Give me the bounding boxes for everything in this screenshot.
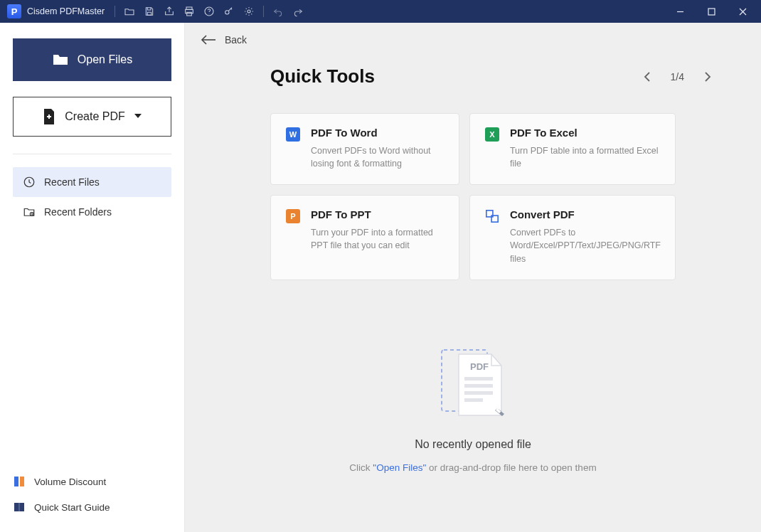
- svg-rect-13: [20, 477, 24, 486]
- redo-icon[interactable]: [288, 1, 308, 21]
- card-pdf-to-excel[interactable]: X PDF To Excel Turn PDF table into a for…: [469, 113, 676, 185]
- share-icon[interactable]: [159, 1, 179, 21]
- svg-rect-2: [187, 12, 192, 16]
- content: Back Quick Tools 1/4 W PDF To: [185, 23, 761, 532]
- header-row: Quick Tools 1/4: [185, 46, 761, 87]
- svg-rect-27: [464, 398, 483, 402]
- excel-icon: X: [484, 127, 500, 142]
- maximize-button[interactable]: [696, 0, 727, 23]
- empty-hint: Click "Open Files" or drag-and-drop file…: [349, 462, 596, 473]
- open-files-button[interactable]: Open Files: [13, 38, 171, 81]
- back-label: Back: [225, 34, 247, 46]
- empty-state: PDF No recently opened file Click "Open …: [185, 280, 761, 532]
- card-pdf-to-word[interactable]: W PDF To Word Convert PDFs to Word witho…: [270, 113, 459, 185]
- clock-icon: [23, 176, 36, 188]
- minimize-button[interactable]: [664, 0, 696, 23]
- svg-rect-25: [464, 384, 493, 388]
- chevron-down-icon: [134, 110, 142, 123]
- pager-next[interactable]: [700, 69, 715, 85]
- discount-icon: [13, 475, 26, 488]
- cards-grid: W PDF To Word Convert PDFs to Word witho…: [185, 87, 761, 280]
- card-pdf-to-ppt[interactable]: P PDF To PPT Turn your PDF into a format…: [270, 195, 459, 280]
- save-icon[interactable]: [139, 1, 159, 21]
- back-button[interactable]: Back: [201, 34, 247, 46]
- card-desc: Convert PDFs to Word/Excel/PPT/Text/JPEG…: [510, 226, 661, 265]
- separator: [115, 6, 115, 17]
- folder-clock-icon: [23, 206, 36, 218]
- empty-heading: No recently opened file: [415, 438, 531, 451]
- pdf-badge-text: PDF: [470, 361, 489, 372]
- create-pdf-label: Create PDF: [65, 110, 124, 123]
- volume-discount-link[interactable]: Volume Discount: [13, 475, 171, 488]
- svg-point-6: [248, 10, 250, 13]
- main-area: Open Files Create PDF Recent Files Recen…: [0, 23, 761, 532]
- document-plus-icon: [42, 108, 56, 125]
- quick-start-guide-link[interactable]: Quick Start Guide: [13, 501, 171, 514]
- svg-point-5: [225, 11, 229, 14]
- ppt-icon: P: [285, 208, 301, 224]
- empty-hint-post: or drag-and-drop file here to open them: [426, 462, 596, 473]
- arrow-left-icon: [201, 35, 216, 45]
- sidebar: Open Files Create PDF Recent Files Recen…: [0, 23, 185, 532]
- svg-rect-26: [464, 391, 493, 395]
- titlebar: P Cisdem PDFMaster: [0, 0, 761, 23]
- guide-icon: [13, 501, 26, 514]
- svg-text:X: X: [489, 130, 495, 139]
- card-title: PDF To Word: [311, 127, 445, 139]
- page-title: Quick Tools: [270, 65, 375, 87]
- empty-hint-pre: Click: [349, 462, 373, 473]
- svg-rect-24: [464, 377, 493, 381]
- card-desc: Convert PDFs to Word without losing font…: [311, 144, 445, 170]
- app-logo: P: [7, 4, 21, 18]
- quick-start-guide-label: Quick Start Guide: [34, 502, 110, 513]
- card-desc: Turn your PDF into a formatted PPT file …: [311, 226, 445, 252]
- app-name: Cisdem PDFMaster: [27, 6, 105, 16]
- close-button[interactable]: [727, 0, 758, 23]
- separator: [263, 6, 264, 17]
- sidebar-item-recent-files[interactable]: Recent Files: [13, 167, 171, 197]
- open-files-inline-link[interactable]: "Open Files": [373, 462, 426, 473]
- svg-rect-12: [14, 477, 18, 486]
- svg-rect-7: [708, 9, 715, 15]
- key-icon[interactable]: [219, 1, 239, 21]
- svg-text:W: W: [289, 130, 297, 139]
- pager: 1/4: [639, 69, 715, 85]
- open-files-label: Open Files: [78, 53, 132, 66]
- card-convert-pdf[interactable]: Convert PDF Convert PDFs to Word/Excel/P…: [469, 195, 676, 280]
- divider: [13, 154, 171, 154]
- card-desc: Turn PDF table into a formatted Excel fi…: [510, 144, 661, 170]
- card-title: PDF To Excel: [510, 127, 661, 139]
- settings-icon[interactable]: [239, 1, 259, 21]
- print-icon[interactable]: [179, 1, 199, 21]
- word-icon: W: [285, 127, 301, 142]
- empty-illustration: PDF: [437, 344, 509, 422]
- open-icon[interactable]: [119, 1, 139, 21]
- svg-point-4: [209, 14, 210, 14]
- folder-icon: [52, 53, 69, 67]
- pager-prev[interactable]: [639, 69, 655, 85]
- page-indicator: 1/4: [671, 71, 684, 83]
- create-pdf-button[interactable]: Create PDF: [13, 97, 171, 137]
- recent-files-label: Recent Files: [44, 176, 100, 188]
- svg-rect-14: [18, 503, 20, 511]
- volume-discount-label: Volume Discount: [34, 477, 106, 487]
- topline: Back: [185, 23, 761, 46]
- convert-icon: [484, 208, 500, 224]
- sidebar-item-recent-folders[interactable]: Recent Folders: [13, 197, 171, 227]
- card-title: PDF To PPT: [311, 208, 445, 220]
- svg-text:P: P: [290, 212, 295, 220]
- undo-icon[interactable]: [268, 1, 288, 21]
- recent-folders-label: Recent Folders: [44, 206, 112, 218]
- card-title: Convert PDF: [510, 208, 661, 220]
- help-icon[interactable]: [199, 1, 219, 21]
- svg-rect-9: [48, 115, 50, 119]
- toolbar-icons: [119, 1, 308, 21]
